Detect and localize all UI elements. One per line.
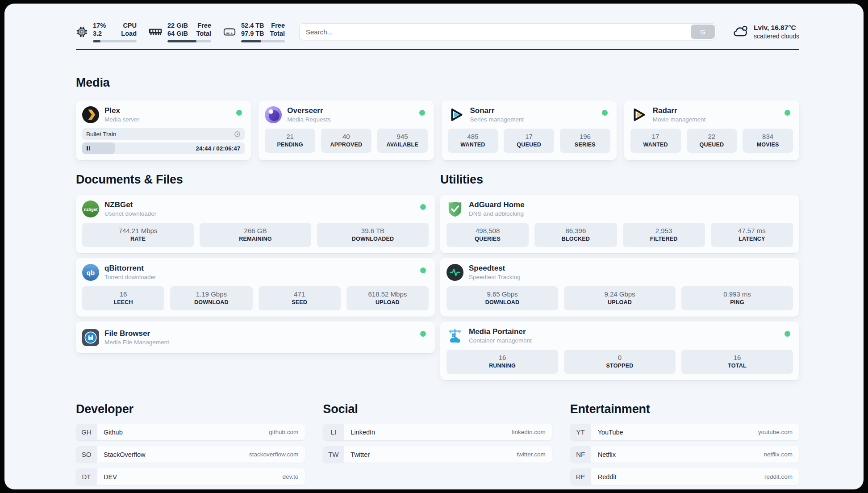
- app-subtitle: Media Requests: [287, 116, 331, 123]
- bookmark-name: Github: [104, 429, 123, 436]
- bookmark-abbr: DT: [76, 468, 97, 485]
- section-entertainment: Entertainment YT YouTube youtube.com NF …: [570, 402, 799, 485]
- resource-disk: 52.4 TB 97.9 TB Free Total: [223, 21, 285, 42]
- app-name: File Browser: [104, 329, 169, 338]
- top-bar: 17% 3.2 CPU Load: [76, 4, 799, 50]
- qbittorrent-icon: qb: [82, 264, 99, 281]
- stat-chip-movies: 834 MOVIES: [743, 129, 793, 153]
- dashboard-panel: 17% 3.2 CPU Load: [4, 4, 864, 489]
- status-dot: [785, 331, 790, 337]
- section-title-social: Social: [323, 402, 552, 416]
- resource-monitors: 17% 3.2 CPU Load: [76, 21, 285, 42]
- bookmark-netflix[interactable]: NF Netflix netflix.com: [570, 446, 799, 463]
- stat-chip-latency: 47.57 ms LATENCY: [711, 223, 793, 247]
- status-dot: [420, 267, 426, 273]
- stat-chip-leech: 16 LEECH: [82, 286, 164, 310]
- disk-free-label: Free: [270, 21, 285, 30]
- search-form: G: [299, 23, 716, 40]
- stat-chip-queued: 17 QUEUED: [504, 129, 554, 153]
- section-social: Social LI LinkedIn linkedin.com TW Twitt…: [323, 402, 552, 463]
- bookmark-linkedin[interactable]: LI LinkedIn linkedin.com: [323, 424, 552, 440]
- section-utilities: Utilities: [440, 173, 799, 380]
- status-dot: [785, 110, 790, 116]
- bookmark-abbr: SO: [76, 446, 97, 463]
- stat-chip-downloaded: 39.6 TB DOWNLOADED: [317, 223, 429, 247]
- status-dot: [419, 110, 425, 116]
- app-name: Overseerr: [287, 106, 331, 115]
- app-subtitle: Media File Management: [104, 338, 169, 346]
- now-playing-item: Bullet Train: [82, 128, 245, 140]
- stat-chip-wanted: 485 WANTED: [448, 129, 498, 153]
- section-title-utilities: Utilities: [440, 173, 799, 187]
- section-developer: Developer GH Github github.com SO StackO…: [76, 402, 305, 485]
- memory-total-value: 64 GiB: [167, 29, 188, 38]
- bookmark-url: stackoverflow.com: [249, 451, 298, 458]
- app-name: Radarr: [653, 106, 706, 115]
- app-card-speedtest[interactable]: Speedtest Speedtest Tracking 9.65 Gbps D…: [440, 258, 799, 317]
- app-card-plex[interactable]: Plex Media server Bullet Train: [76, 100, 251, 160]
- memory-total-label: Total: [196, 29, 211, 38]
- bookmark-youtube[interactable]: YT YouTube youtube.com: [570, 424, 799, 440]
- cpu-load-value: 3.2: [93, 29, 106, 38]
- bookmark-stackoverflow[interactable]: SO StackOverflow stackoverflow.com: [76, 446, 305, 463]
- bookmark-url: twitter.com: [517, 451, 546, 458]
- app-name: qBittorrent: [104, 263, 156, 273]
- bookmark-url: reddit.com: [764, 473, 793, 480]
- app-card-qbittorrent[interactable]: qb qBittorrent Torrent downloader: [76, 258, 435, 317]
- status-dot: [420, 204, 426, 210]
- cpu-load-label: Load: [121, 29, 137, 38]
- playback-time: 24:44 / 02:06:47: [196, 145, 245, 152]
- bookmark-name: YouTube: [598, 429, 623, 436]
- bookmark-url: netflix.com: [764, 451, 793, 458]
- adguard-icon: [447, 201, 463, 217]
- section-title-media: Media: [76, 76, 799, 90]
- speedtest-icon: [447, 264, 463, 281]
- status-dot: [236, 110, 242, 116]
- app-name: Sonarr: [470, 106, 524, 115]
- section-documents: Documents & Files nzbget: [76, 173, 435, 353]
- app-subtitle: DNS and adblocking: [469, 210, 525, 217]
- bookmark-abbr: LI: [323, 424, 344, 440]
- app-name: Plex: [104, 106, 139, 115]
- playback-progress: 24:44 / 02:06:47: [82, 142, 245, 154]
- app-subtitle: Torrent downloader: [104, 273, 156, 281]
- bookmark-github[interactable]: GH Github github.com: [76, 424, 305, 440]
- app-card-nzbget[interactable]: nzbget NZBGet Usenet downloader 74: [76, 195, 435, 253]
- bookmark-twitter[interactable]: TW Twitter twitter.com: [323, 446, 552, 463]
- stat-chip-approved: 40 APPROVED: [321, 129, 371, 153]
- app-card-overseerr[interactable]: Overseerr Media Requests 21 PENDING 40 A…: [259, 100, 434, 160]
- cpu-icon: [76, 26, 88, 38]
- app-card-radarr[interactable]: Radarr Movie management 17 WANTED 22 QUE…: [624, 100, 799, 160]
- overseerr-icon: [265, 106, 282, 123]
- stat-chip-stopped: 0 STOPPED: [564, 350, 676, 374]
- bookmark-name: Netflix: [598, 451, 616, 458]
- weather-widget: Lviv, 16.87°C scattered clouds: [732, 23, 799, 40]
- resource-memory: 22 GiB 64 GiB Free Total: [148, 21, 211, 42]
- memory-progress-bar: [167, 40, 211, 42]
- bookmark-abbr: YT: [570, 424, 591, 440]
- stat-chip-queries: 498,508 QUERIES: [447, 223, 529, 247]
- weather-location-temp: Lviv, 16.87°C: [754, 23, 799, 32]
- bookmark-dev[interactable]: DT DEV dev.to: [76, 468, 305, 485]
- disk-total-label: Total: [270, 29, 285, 38]
- bookmark-url: github.com: [269, 429, 298, 435]
- bookmark-name: DEV: [104, 473, 117, 480]
- sonarr-icon: [448, 106, 465, 123]
- app-card-portainer[interactable]: Media Portainer Container management 16 …: [440, 322, 799, 380]
- app-card-sonarr[interactable]: Sonarr Series management 485 WANTED 17 Q…: [442, 100, 617, 160]
- stat-chip-pending: 21 PENDING: [265, 129, 315, 153]
- app-subtitle: Media server: [104, 116, 139, 123]
- bookmark-abbr: TW: [323, 446, 344, 463]
- search-provider-button[interactable]: G: [691, 25, 715, 39]
- bookmark-reddit[interactable]: RE Reddit reddit.com: [570, 468, 799, 485]
- nzbget-icon: nzbget: [82, 201, 99, 217]
- search-input[interactable]: [299, 23, 716, 40]
- bookmark-abbr: NF: [570, 446, 591, 463]
- app-card-adguard[interactable]: AdGuard Home DNS and adblocking 498,508 …: [440, 195, 799, 253]
- cpu-percent: 17%: [93, 21, 106, 30]
- stat-chip-upload: 618.52 Mbps UPLOAD: [346, 286, 429, 310]
- stat-chip-remaining: 266 GB REMAINING: [200, 223, 311, 247]
- app-card-filebrowser[interactable]: File Browser Media File Management: [76, 322, 435, 353]
- portainer-icon: [447, 327, 463, 344]
- app-name: Speedtest: [469, 263, 521, 273]
